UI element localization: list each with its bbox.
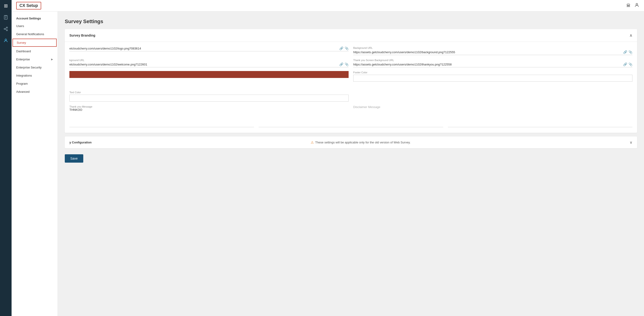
welcome-url-icons: 🔗 📎 bbox=[339, 62, 348, 66]
warning-content: ⚠ These settings will be applicable only… bbox=[311, 140, 410, 144]
card-title: Survey Branding bbox=[70, 34, 95, 37]
nav-users-icon[interactable] bbox=[0, 35, 12, 46]
text-color-input[interactable] bbox=[70, 94, 348, 102]
nav-clipboard-icon[interactable] bbox=[0, 12, 12, 23]
thankyou-bg-url-group: Thank you Screen Background URL 🔗 📎 bbox=[353, 59, 632, 67]
attach-icon-4[interactable]: 📎 bbox=[628, 62, 632, 66]
config-card-title: y Configuration bbox=[70, 141, 92, 144]
thankyou-bg-url-label: Thank you Screen Background URL bbox=[353, 59, 632, 62]
card-collapse-icon[interactable]: ∧ bbox=[630, 33, 632, 38]
warning-triangle-icon: ⚠ bbox=[311, 140, 314, 144]
logo-url-icons: 🔗 📎 bbox=[339, 46, 348, 50]
save-section: Save bbox=[65, 152, 637, 163]
textarea-3[interactable] bbox=[448, 113, 632, 127]
header-color-group bbox=[70, 71, 348, 82]
config-card-expand-icon[interactable]: ∨ bbox=[630, 140, 632, 144]
header: CX Setup 🏛 bbox=[12, 0, 644, 12]
background-url-wrapper: 🔗 📎 bbox=[353, 50, 632, 55]
thankyou-message-label: Thank you Message bbox=[70, 105, 348, 108]
svg-point-8 bbox=[5, 39, 7, 40]
textarea-group-3 bbox=[448, 113, 632, 128]
header-right: 🏛 bbox=[626, 2, 639, 9]
survey-branding-card: Survey Branding ∧ 🔗 📎 bbox=[65, 29, 637, 133]
sidebar-item-survey[interactable]: Survey bbox=[12, 39, 57, 47]
nav-share-icon[interactable] bbox=[0, 23, 12, 35]
sidebar-item-advanced[interactable]: Advanced bbox=[12, 88, 58, 96]
thankyou-bg-url-icons: 🔗 📎 bbox=[623, 62, 632, 66]
card-body: 🔗 📎 Background URL 🔗 � bbox=[65, 42, 637, 133]
thankyou-message-group: Thank you Message THNKOO bbox=[70, 105, 348, 112]
url-row-1: 🔗 📎 Background URL 🔗 � bbox=[70, 46, 632, 55]
sidebar-item-program[interactable]: Program bbox=[12, 80, 58, 88]
external-link-icon-3[interactable]: 🔗 bbox=[339, 62, 343, 66]
text-color-label: Text Color bbox=[70, 91, 348, 94]
sidebar-item-general-notifications[interactable]: General Notifications bbox=[12, 30, 58, 38]
logo-url-group: 🔗 📎 bbox=[70, 46, 348, 55]
footer-color-label: Footer Color bbox=[353, 71, 632, 74]
welcome-url-wrapper: 🔗 📎 bbox=[70, 62, 348, 67]
sidebar-item-integrations[interactable]: Integrations bbox=[12, 72, 58, 80]
page-content: Survey Settings Survey Branding ∧ � bbox=[58, 12, 644, 316]
content-area: Account Settings Users General Notificat… bbox=[12, 12, 644, 316]
welcome-url-group: kground URL 🔗 📎 bbox=[70, 59, 348, 67]
textarea-2[interactable] bbox=[258, 113, 443, 127]
save-button[interactable]: Save bbox=[65, 154, 83, 163]
warning-left: y Configuration bbox=[70, 141, 92, 144]
configuration-card: y Configuration ⚠ These settings will be… bbox=[65, 136, 637, 148]
background-url-label: Background URL bbox=[353, 46, 632, 49]
warning-message: These settings will be applicable only f… bbox=[315, 141, 410, 144]
sidebar-item-enterprise-security[interactable]: Enterprise Security bbox=[12, 64, 58, 72]
textarea-group-1 bbox=[70, 113, 254, 128]
svg-line-6 bbox=[5, 29, 6, 30]
attach-icon-3[interactable]: 📎 bbox=[345, 62, 348, 66]
thankyou-row: Thank you Message THNKOO Disclaimer Mess… bbox=[70, 105, 632, 112]
disclaimer-group: Disclaimer Message bbox=[353, 105, 632, 112]
svg-line-7 bbox=[5, 28, 6, 28]
nav-grid-icon[interactable]: ⊞ bbox=[0, 0, 12, 12]
nav-bar: ⊞ bbox=[0, 0, 12, 316]
background-url-icons: 🔗 📎 bbox=[623, 50, 632, 54]
thankyou-bg-url-wrapper: 🔗 📎 bbox=[353, 62, 632, 67]
app-title[interactable]: CX Setup bbox=[16, 2, 41, 10]
building-icon[interactable]: 🏛 bbox=[626, 3, 630, 8]
thankyou-bg-url-input[interactable] bbox=[353, 63, 623, 66]
text-color-group: Text Color bbox=[70, 91, 348, 102]
textarea-1[interactable] bbox=[70, 113, 254, 127]
page-title: Survey Settings bbox=[65, 18, 637, 24]
welcome-url-input[interactable] bbox=[70, 63, 339, 66]
external-link-icon-2[interactable]: 🔗 bbox=[623, 50, 627, 54]
thankyou-message-value: THNKOO bbox=[70, 108, 348, 112]
footer-color-input[interactable] bbox=[353, 75, 632, 82]
sidebar-item-users[interactable]: Users bbox=[12, 22, 58, 30]
footer-color-group: Footer Color bbox=[353, 71, 632, 82]
textarea-group-2 bbox=[258, 113, 443, 128]
disclaimer-label: Disclaimer Message bbox=[353, 105, 632, 109]
welcome-url-label: kground URL bbox=[70, 59, 348, 62]
attach-icon-2[interactable]: 📎 bbox=[628, 50, 632, 54]
textarea-row bbox=[70, 113, 632, 128]
attach-icon[interactable]: 📎 bbox=[345, 46, 348, 50]
sidebar-item-enterprise[interactable]: Enterprise ▶ bbox=[12, 55, 58, 64]
main-wrapper: Account Settings Users General Notificat… bbox=[12, 12, 644, 316]
svg-point-3 bbox=[6, 27, 8, 28]
logo-url-wrapper: 🔗 📎 bbox=[70, 46, 348, 51]
svg-rect-0 bbox=[5, 16, 6, 16]
background-url-input[interactable] bbox=[353, 50, 623, 54]
svg-point-9 bbox=[636, 4, 638, 5]
color-row: Footer Color Text Color bbox=[70, 71, 632, 102]
user-icon[interactable] bbox=[634, 2, 639, 9]
header-color-bar bbox=[70, 71, 348, 78]
sidebar-item-dashboard[interactable]: Dashboard bbox=[12, 47, 58, 55]
svg-point-5 bbox=[6, 30, 8, 31]
external-link-icon-4[interactable]: 🔗 bbox=[623, 62, 627, 66]
card-header: Survey Branding ∧ bbox=[65, 29, 637, 42]
background-url-group: Background URL 🔗 📎 bbox=[353, 46, 632, 55]
external-link-icon[interactable]: 🔗 bbox=[339, 46, 343, 50]
logo-url-input[interactable] bbox=[70, 47, 339, 50]
svg-point-4 bbox=[4, 28, 5, 30]
sidebar: Account Settings Users General Notificat… bbox=[12, 12, 58, 316]
chevron-right-icon: ▶ bbox=[51, 58, 53, 61]
url-row-2: kground URL 🔗 📎 Thank you Screen Backgro… bbox=[70, 59, 632, 67]
sidebar-section-title: Account Settings bbox=[12, 14, 58, 22]
